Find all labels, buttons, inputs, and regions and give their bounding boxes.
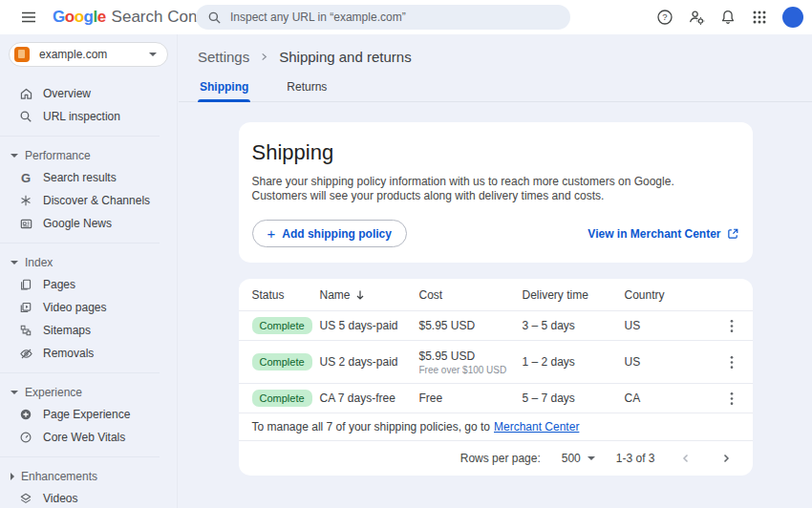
column-header-status[interactable]: Status [252, 288, 320, 302]
breadcrumb-current: Shipping and returns [279, 49, 411, 65]
policy-delivery-time: 5 – 7 days [523, 392, 625, 405]
sidebar-item-core-web-vitals[interactable]: Core Web Vitals [0, 426, 177, 449]
sidebar-item-label: Videos [43, 492, 77, 505]
eye-off-icon [18, 346, 33, 361]
policy-name: US 2 days-paid [320, 355, 419, 369]
policy-country: US [625, 319, 724, 332]
policy-country: US [625, 355, 724, 369]
next-page-icon[interactable] [716, 449, 736, 468]
column-header-country[interactable]: Country [625, 288, 724, 302]
google-g-icon: G [18, 170, 33, 185]
column-header-cost[interactable]: Cost [419, 288, 523, 302]
logo-letter: o [75, 8, 84, 27]
section-label: Performance [25, 149, 91, 162]
add-shipping-policy-button[interactable]: + Add shipping policy [252, 220, 407, 247]
sidebar-section-enhancements[interactable]: Enhancements [0, 465, 177, 487]
previous-page-icon[interactable] [676, 449, 695, 468]
sitemap-tree-icon [18, 323, 33, 338]
discover-asterisk-icon [18, 193, 33, 208]
table-row[interactable]: Complete US 5 days-paid $5.95 USD 3 – 5 … [239, 311, 753, 341]
apps-grid-icon[interactable] [747, 5, 772, 30]
main-content: Settings Shipping and returns Shipping R… [179, 34, 812, 508]
sidebar-item-sitemaps[interactable]: Sitemaps [0, 319, 177, 342]
account-avatar[interactable] [782, 7, 803, 28]
rows-per-page-select[interactable]: 500 [562, 452, 595, 465]
divider [0, 136, 160, 137]
property-name: example.com [39, 48, 107, 61]
sidebar-item-discover-channels[interactable]: Discover & Channels [0, 189, 177, 212]
add-button-label: Add shipping policy [282, 227, 392, 241]
divider [0, 456, 160, 457]
sidebar-section-performance[interactable]: Performance [0, 144, 177, 166]
sidebar-item-url-inspection[interactable]: URL inspection [0, 105, 177, 128]
chevron-down-icon [588, 456, 595, 460]
merchant-link-label: View in Merchant Center [588, 227, 720, 241]
rows-per-page-label: Rows per page: [460, 452, 541, 465]
sidebar-item-label: Pages [43, 278, 75, 291]
table-row[interactable]: Complete US 2 days-paid $5.95 USD Free o… [239, 341, 753, 384]
url-inspect-searchbar[interactable] [196, 5, 570, 30]
merchant-center-link[interactable]: Merchant Center [494, 420, 579, 434]
policy-cost: $5.95 USD [419, 319, 523, 332]
divider [0, 243, 160, 243]
chevron-down-icon [11, 261, 18, 265]
sidebar-item-page-experience[interactable]: Page Experience [0, 403, 177, 426]
footer-note-text: To manage all 7 of your shipping policie… [252, 420, 491, 434]
sidebar-section-experience[interactable]: Experience [0, 381, 177, 403]
policy-country: CA [625, 392, 724, 405]
search-icon [18, 109, 33, 124]
page-title: Shipping [252, 140, 739, 165]
logo-letter: g [84, 8, 94, 27]
sidebar-item-video-pages[interactable]: Video pages [0, 296, 177, 319]
row-menu-kebab-icon[interactable] [724, 350, 739, 373]
search-input[interactable] [230, 11, 559, 24]
chevron-down-icon [11, 154, 18, 158]
description-line: Share your shipping policy information w… [252, 175, 739, 189]
sidebar-item-search-results[interactable]: G Search results [0, 166, 177, 189]
sidebar-item-google-news[interactable]: Google News [0, 212, 177, 235]
column-header-label: Name [320, 288, 351, 302]
policy-cost: Free [419, 392, 523, 405]
tab-returns[interactable]: Returns [285, 78, 329, 101]
help-icon[interactable]: ? [652, 5, 677, 30]
breadcrumb: Settings Shipping and returns [179, 34, 812, 65]
sidebar-item-overview[interactable]: Overview [0, 82, 177, 105]
sidebar-item-removals[interactable]: Removals [0, 342, 177, 365]
breadcrumb-settings[interactable]: Settings [198, 49, 249, 65]
divider [0, 372, 160, 373]
plus-icon: + [267, 226, 276, 241]
property-selector[interactable]: example.com [9, 42, 168, 67]
policy-cost-note: Free over $100 USD [419, 365, 523, 375]
policy-delivery-time: 1 – 2 days [523, 355, 625, 369]
shipping-description: Share your shipping policy information w… [252, 175, 739, 203]
sort-descending-icon [355, 289, 365, 301]
chevron-down-icon [11, 391, 18, 394]
policy-name: US 5 days-paid [320, 319, 419, 332]
sidebar-item-videos[interactable]: Videos [0, 487, 177, 508]
user-settings-icon[interactable] [684, 5, 709, 30]
tab-shipping[interactable]: Shipping [198, 78, 250, 101]
row-menu-kebab-icon[interactable] [724, 387, 739, 410]
home-icon [18, 86, 33, 101]
rows-per-page-value: 500 [562, 452, 581, 465]
tab-bar: Shipping Returns [179, 78, 812, 102]
external-link-icon [727, 227, 739, 240]
row-menu-kebab-icon[interactable] [724, 314, 739, 337]
status-badge: Complete [252, 317, 312, 334]
logo-letter: e [97, 8, 106, 27]
sidebar-section-index[interactable]: Index [0, 251, 177, 273]
chevron-right-icon [11, 473, 14, 480]
table-row[interactable]: Complete CA 7 days-free Free 5 – 7 days … [239, 384, 753, 413]
menu-icon[interactable] [17, 6, 40, 29]
policy-name: CA 7 days-free [320, 392, 419, 405]
sidebar-item-label: Discover & Channels [43, 194, 150, 207]
column-header-delivery-time[interactable]: Delivery time [523, 288, 625, 302]
view-in-merchant-center-link[interactable]: View in Merchant Center [588, 227, 738, 241]
notifications-bell-icon[interactable] [716, 5, 740, 30]
pages-icon [18, 277, 33, 292]
video-pages-icon [18, 300, 33, 315]
search-icon [207, 11, 222, 25]
sidebar-item-pages[interactable]: Pages [0, 273, 177, 296]
logo-letter: o [65, 8, 75, 27]
column-header-name[interactable]: Name [320, 288, 419, 302]
